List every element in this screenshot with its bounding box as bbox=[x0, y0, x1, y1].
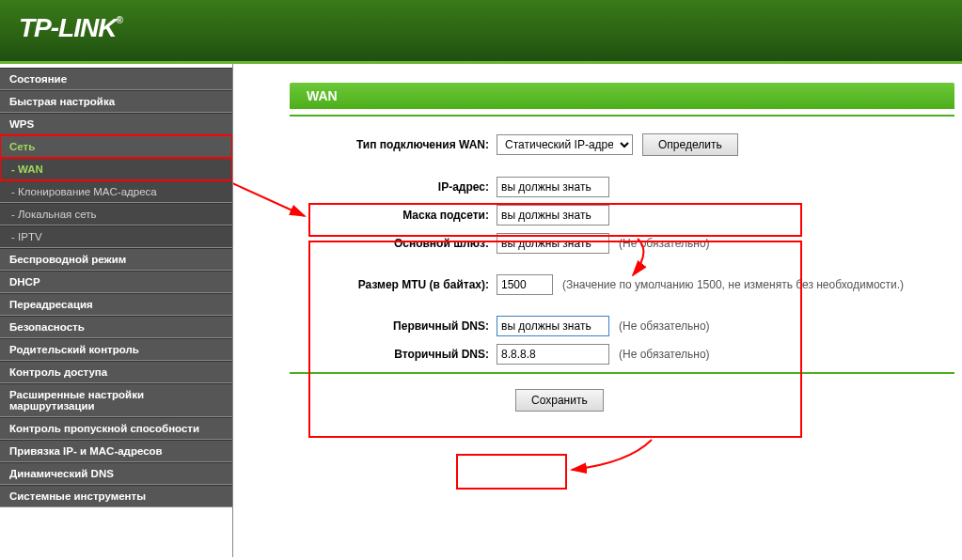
sidebar-item-4[interactable]: - WAN bbox=[0, 158, 232, 180]
label-dns2: Вторичный DNS: bbox=[290, 348, 497, 361]
brand-logo: TP-LINK® bbox=[19, 13, 122, 43]
sidebar-item-0[interactable]: Состояние bbox=[0, 68, 232, 90]
row-mask: Маска подсети: bbox=[290, 205, 954, 226]
row-dns1: Первичный DNS: (Не обязательно) bbox=[290, 316, 954, 336]
detect-button[interactable]: Определить bbox=[642, 133, 738, 156]
input-gateway[interactable] bbox=[497, 233, 609, 254]
row-mtu: Размер MTU (в байтах): (Значение по умол… bbox=[290, 274, 954, 295]
label-wan-type: Тип подключения WAN: bbox=[290, 138, 497, 151]
label-gateway: Основной шлюз: bbox=[290, 237, 497, 250]
header-bar: TP-LINK® bbox=[0, 0, 962, 64]
sidebar-item-11[interactable]: Безопасность bbox=[0, 316, 232, 338]
input-mask[interactable] bbox=[497, 205, 609, 226]
sidebar-item-8[interactable]: Беспроводной режим bbox=[0, 248, 232, 271]
sidebar-item-10[interactable]: Переадресация bbox=[0, 293, 232, 316]
save-button[interactable]: Сохранить bbox=[515, 389, 604, 412]
sidebar-item-18[interactable]: Системные инструменты bbox=[0, 485, 232, 507]
sidebar-item-12[interactable]: Родительский контроль bbox=[0, 338, 232, 361]
label-mask: Маска подсети: bbox=[290, 209, 497, 222]
input-ip[interactable] bbox=[497, 177, 609, 197]
sidebar-item-3[interactable]: Сеть bbox=[0, 135, 232, 158]
hint-dns1: (Не обязательно) bbox=[619, 319, 710, 333]
sidebar-item-5[interactable]: - Клонирование MAC-адреса bbox=[0, 180, 232, 203]
sidebar-item-13[interactable]: Контроль доступа bbox=[0, 361, 232, 383]
select-wan-type[interactable]: Статический IP-адрес bbox=[497, 134, 633, 155]
sidebar-menu: СостояниеБыстрая настройкаWPSСеть- WAN- … bbox=[0, 64, 233, 557]
wan-form: Тип подключения WAN: Статический IP-адре… bbox=[290, 133, 954, 365]
label-mtu: Размер MTU (в байтах): bbox=[290, 278, 497, 291]
input-mtu[interactable] bbox=[497, 274, 553, 295]
sidebar-item-7[interactable]: - IPTV bbox=[0, 226, 232, 248]
main-content: WAN Тип подключения WAN: Статический IP-… bbox=[233, 64, 962, 557]
sidebar-item-6[interactable]: - Локальная сеть bbox=[0, 203, 232, 226]
sidebar-item-2[interactable]: WPS bbox=[0, 113, 232, 135]
sidebar-item-15[interactable]: Контроль пропускной способности bbox=[0, 417, 232, 440]
label-dns1: Первичный DNS: bbox=[290, 319, 497, 333]
sidebar-item-1[interactable]: Быстрая настройка bbox=[0, 90, 232, 113]
hint-gateway: (Не обязательно) bbox=[619, 237, 710, 250]
annotation-box-save bbox=[456, 454, 567, 490]
panel-title: WAN bbox=[290, 83, 954, 109]
row-ip: IP-адрес: bbox=[290, 177, 954, 197]
sidebar-item-9[interactable]: DHCP bbox=[0, 271, 232, 293]
input-dns1[interactable] bbox=[497, 316, 609, 336]
hint-dns2: (Не обязательно) bbox=[619, 348, 710, 361]
hint-mtu: (Значение по умолчанию 1500, не изменять… bbox=[562, 278, 904, 291]
label-ip: IP-адрес: bbox=[290, 180, 497, 194]
sidebar-item-17[interactable]: Динамический DNS bbox=[0, 462, 232, 485]
panel-divider-top bbox=[290, 115, 954, 117]
input-dns2[interactable] bbox=[497, 344, 609, 365]
row-wan-type: Тип подключения WAN: Статический IP-адре… bbox=[290, 133, 954, 156]
sidebar-item-16[interactable]: Привязка IP- и MAC-адресов bbox=[0, 440, 232, 462]
row-dns2: Вторичный DNS: (Не обязательно) bbox=[290, 344, 954, 365]
panel-divider-bottom bbox=[290, 372, 954, 374]
sidebar-item-14[interactable]: Расширенные настройки маршрутизации bbox=[0, 383, 232, 417]
row-gateway: Основной шлюз: (Не обязательно) bbox=[290, 233, 954, 254]
